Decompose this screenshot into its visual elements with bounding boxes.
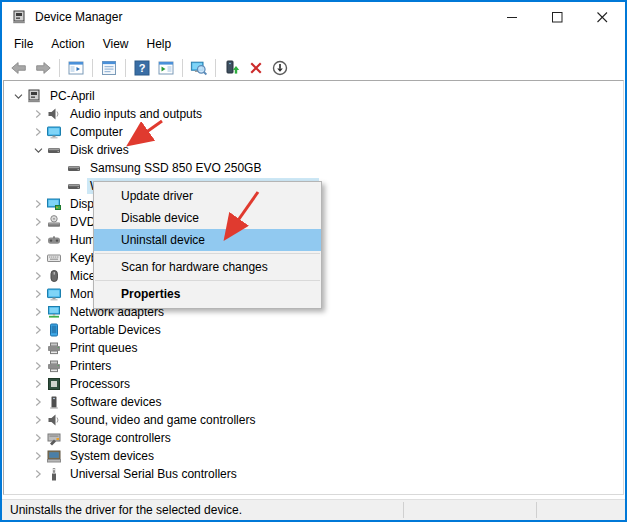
update-driver-icon: [223, 59, 241, 77]
monitor-icon: [46, 286, 62, 302]
chevron-right-icon[interactable]: [30, 395, 46, 409]
tree-item-label: Disk drives: [67, 142, 132, 158]
tree-item-sound-video-and-game-controllers[interactable]: Sound, video and game controllers: [4, 411, 623, 429]
tree-item-computer[interactable]: Computer: [4, 123, 623, 141]
tree-item-print-queues[interactable]: Print queues: [4, 339, 623, 357]
tree-item-label: Computer: [67, 124, 126, 140]
device-manager-window: Device Manager FileActionViewHelp ? PC-A…: [0, 0, 627, 522]
processor-icon: [46, 376, 62, 392]
chevron-right-icon[interactable]: [30, 413, 46, 427]
chevron-right-icon[interactable]: [30, 287, 46, 301]
keyboard-icon: [46, 250, 62, 266]
toolbar-button-show-console-tree[interactable]: [64, 57, 88, 79]
chevron-right-icon[interactable]: [30, 467, 46, 481]
context-menu-item-update-driver[interactable]: Update driver: [94, 185, 321, 207]
tree-item-processors[interactable]: Processors: [4, 375, 623, 393]
tree-item-label: Printers: [67, 358, 114, 374]
tree-item-universal-serial-bus-controllers[interactable]: Universal Serial Bus controllers: [4, 465, 623, 483]
chevron-right-icon[interactable]: [30, 323, 46, 337]
network-adapter-icon: [46, 304, 62, 320]
chevron-right-icon[interactable]: [30, 107, 46, 121]
tree-item-label: PC-April: [47, 88, 98, 104]
chevron-right-icon[interactable]: [30, 251, 46, 265]
expander-spacer: [50, 179, 66, 193]
chevron-right-icon[interactable]: [30, 197, 46, 211]
toolbar-button-forward[interactable]: [31, 57, 55, 79]
chevron-right-icon[interactable]: [30, 449, 46, 463]
system-device-icon: [46, 448, 62, 464]
menu-action[interactable]: Action: [42, 34, 93, 54]
tree-item-disk-drives[interactable]: Disk drives: [4, 141, 623, 159]
chevron-right-icon[interactable]: [30, 125, 46, 139]
chevron-down-icon[interactable]: [30, 143, 46, 157]
toolbar-separator: [125, 59, 126, 77]
maximize-button[interactable]: [535, 2, 580, 32]
chevron-down-icon[interactable]: [10, 89, 26, 103]
tree-item-label: Portable Devices: [67, 322, 164, 338]
tree-item-software-devices[interactable]: Software devices: [4, 393, 623, 411]
forward-arrow-icon: [34, 59, 52, 77]
chevron-right-icon[interactable]: [30, 233, 46, 247]
storage-controller-icon: [46, 430, 62, 446]
disk-icon: [66, 160, 82, 176]
tree-item-label: Audio inputs and outputs: [67, 106, 205, 122]
toolbar-button-properties[interactable]: [97, 57, 121, 79]
speaker-icon: [46, 106, 62, 122]
minimize-button[interactable]: [490, 2, 535, 32]
tree-item-label: Samsung SSD 850 EVO 250GB: [87, 160, 264, 176]
toolbar-button-back[interactable]: [7, 57, 31, 79]
close-button[interactable]: [580, 2, 625, 32]
context-menu-item-disable-device[interactable]: Disable device: [94, 207, 321, 229]
tree-item-storage-controllers[interactable]: Storage controllers: [4, 429, 623, 447]
toolbar-button-update-driver[interactable]: [220, 57, 244, 79]
toolbar-button-help[interactable]: ?: [130, 57, 154, 79]
chevron-right-icon[interactable]: [30, 215, 46, 229]
context-menu-item-uninstall-device[interactable]: Uninstall device: [94, 229, 321, 251]
window-controls: [490, 2, 625, 32]
dvd-drive-icon: [46, 214, 62, 230]
computer-root-icon: [26, 88, 42, 104]
status-bar: Uninstalls the driver for the selected d…: [2, 499, 625, 520]
toolbar-button-uninstall-device[interactable]: [244, 57, 268, 79]
context-menu-item-properties[interactable]: Properties: [94, 283, 321, 305]
tree-item-samsung-ssd-850-evo-250gb[interactable]: Samsung SSD 850 EVO 250GB: [4, 159, 623, 177]
menu-help[interactable]: Help: [138, 34, 181, 54]
chevron-right-icon[interactable]: [30, 377, 46, 391]
toolbar-separator: [215, 59, 216, 77]
menu-view[interactable]: View: [94, 34, 138, 54]
chevron-right-icon[interactable]: [30, 359, 46, 373]
status-text: Uninstalls the driver for the selected d…: [10, 503, 242, 517]
status-bar-divider: [536, 502, 537, 518]
chevron-right-icon[interactable]: [30, 341, 46, 355]
tree-item-audio-inputs-and-outputs[interactable]: Audio inputs and outputs: [4, 105, 623, 123]
tree-item-pc-april[interactable]: PC-April: [4, 87, 623, 105]
console-tree-icon: [67, 59, 85, 77]
tree-item-label: Processors: [67, 376, 133, 392]
disk-icon: [46, 142, 62, 158]
portable-device-icon: [46, 322, 62, 338]
disable-down-arrow-icon: [271, 59, 289, 77]
context-menu-item-scan-for-hardware-changes[interactable]: Scan for hardware changes: [94, 256, 321, 278]
chevron-right-icon[interactable]: [30, 431, 46, 445]
properties-window-icon: [100, 59, 118, 77]
gamepad-icon: [46, 232, 62, 248]
tree-item-label: Storage controllers: [67, 430, 174, 446]
window-title: Device Manager: [35, 10, 122, 24]
chevron-right-icon[interactable]: [30, 305, 46, 319]
toolbar-button-scan-for-hardware-changes[interactable]: [187, 57, 211, 79]
tree-item-system-devices[interactable]: System devices: [4, 447, 623, 465]
mouse-icon: [46, 268, 62, 284]
toolbar-button-disable-device[interactable]: [268, 57, 292, 79]
speaker-icon: [46, 412, 62, 428]
tree-item-printers[interactable]: Printers: [4, 357, 623, 375]
status-bar-divider: [403, 502, 404, 518]
printer-icon: [46, 358, 62, 374]
tree-item-label: System devices: [67, 448, 157, 464]
tree-item-portable-devices[interactable]: Portable Devices: [4, 321, 623, 339]
menu-bar: FileActionViewHelp: [2, 32, 625, 55]
toolbar-separator: [59, 59, 60, 77]
menu-file[interactable]: File: [5, 34, 42, 54]
chevron-right-icon[interactable]: [30, 269, 46, 283]
disk-icon: [66, 178, 82, 194]
toolbar-button-show-action-pane[interactable]: [154, 57, 178, 79]
